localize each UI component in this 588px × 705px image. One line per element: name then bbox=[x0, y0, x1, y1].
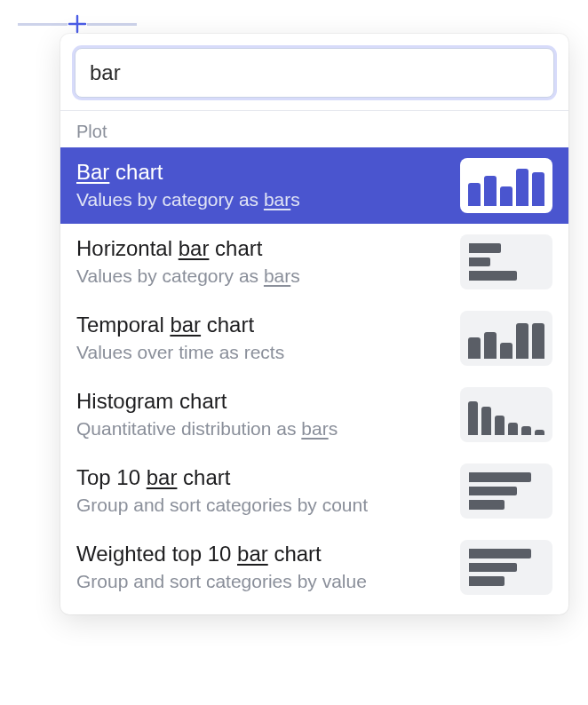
palette-item-title: Histogram chart bbox=[76, 387, 446, 415]
chart-thumbnail-icon bbox=[460, 387, 552, 442]
palette-item-text: Horizontal bar chartValues by category a… bbox=[76, 234, 460, 289]
palette-item-text: Temporal bar chartValues over time as re… bbox=[76, 311, 460, 366]
palette-item-description: Quantitative distribution as bars bbox=[76, 416, 446, 441]
palette-item-title: Weighted top 10 bar chart bbox=[76, 540, 446, 567]
palette-item-text: Histogram chartQuantitative distribution… bbox=[76, 387, 460, 442]
chart-thumbnail-icon bbox=[460, 234, 552, 289]
section-header-plot: Plot bbox=[60, 111, 568, 147]
search-wrapper bbox=[60, 34, 568, 111]
palette-item-text: Weighted top 10 bar chartGroup and sort … bbox=[76, 540, 460, 595]
chart-thumbnail-icon bbox=[460, 463, 552, 519]
palette-item[interactable]: Horizontal bar chartValues by category a… bbox=[60, 224, 568, 300]
palette-item[interactable]: Histogram chartQuantitative distribution… bbox=[60, 376, 568, 453]
chart-thumbnail-icon bbox=[460, 311, 552, 366]
palette-item-title: Top 10 bar chart bbox=[76, 463, 446, 491]
divider-line-right bbox=[87, 23, 137, 26]
insert-cell-trigger[interactable] bbox=[18, 14, 137, 34]
palette-item-text: Bar chartValues by category as bars bbox=[76, 158, 460, 213]
command-palette: Plot Bar chartValues by category as bars… bbox=[60, 34, 568, 614]
palette-item[interactable]: Top 10 bar chartGroup and sort categorie… bbox=[60, 453, 568, 529]
palette-item[interactable]: Temporal bar chartValues over time as re… bbox=[60, 300, 568, 376]
palette-item[interactable]: Bar chartValues by category as bars bbox=[60, 147, 568, 224]
palette-item-description: Group and sort categories by count bbox=[76, 493, 446, 518]
plus-icon bbox=[68, 14, 87, 34]
palette-item-description: Values over time as rects bbox=[76, 340, 446, 365]
palette-item-description: Values by category as bars bbox=[76, 264, 446, 289]
palette-item[interactable]: Weighted top 10 bar chartGroup and sort … bbox=[60, 529, 568, 606]
palette-item-title: Horizontal bar chart bbox=[76, 234, 446, 262]
palette-item-text: Top 10 bar chartGroup and sort categorie… bbox=[76, 463, 460, 519]
palette-item-description: Values by category as bars bbox=[76, 187, 446, 212]
palette-item-title: Bar chart bbox=[76, 158, 446, 186]
divider-line-left bbox=[18, 23, 68, 26]
palette-item-description: Group and sort categories by value bbox=[76, 569, 446, 594]
palette-item-title: Temporal bar chart bbox=[76, 311, 446, 338]
search-input[interactable] bbox=[75, 48, 554, 98]
chart-thumbnail-icon bbox=[460, 158, 552, 213]
chart-thumbnail-icon bbox=[460, 540, 552, 595]
